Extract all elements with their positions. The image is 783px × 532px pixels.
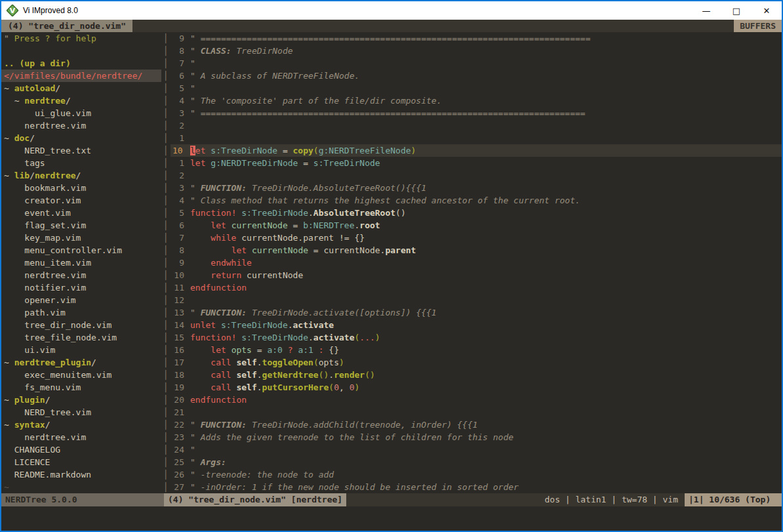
code-line[interactable]: 11endfunction (171, 281, 782, 294)
tree-item[interactable]: CHANGELOG (4, 443, 161, 456)
code-line[interactable]: 25" Args: (171, 456, 782, 468)
code-line[interactable]: 27" -inOrder: 1 if the new node should b… (171, 481, 782, 493)
code-line[interactable]: 9" =====================================… (171, 32, 782, 45)
code-text: function! s:TreeDirNode.AbsoluteTreeRoot… (190, 207, 782, 219)
code-line[interactable]: 3" =====================================… (171, 107, 782, 119)
code-line[interactable]: 24" (171, 443, 782, 456)
code-token: " ======================================… (190, 108, 586, 118)
tree-item[interactable] (4, 45, 161, 57)
tree-item[interactable]: flag_set.vim (4, 219, 161, 232)
tree-item[interactable]: menu_item.vim (4, 256, 161, 269)
code-line[interactable]: 17 call self.toggleOpen(opts) (171, 356, 782, 369)
tab-spacer (132, 20, 734, 32)
code-line-cursor[interactable]: 10let s:TreeDirNode = copy(g:NERDTreeFil… (171, 144, 782, 157)
tree-item[interactable]: ui_glue.vim (4, 107, 161, 119)
code-line[interactable]: 5function! s:TreeDirNode.AbsoluteTreeRoo… (171, 207, 782, 219)
code-token: tags (4, 158, 45, 168)
code-line[interactable]: 1let g:NERDTreeDirNode = s:TreeDirNode (171, 157, 782, 169)
code-text: endfunction (190, 281, 782, 294)
code-line[interactable]: 14unlet s:TreeDirNode.activate (171, 319, 782, 331)
code-line[interactable]: 7" (171, 57, 782, 70)
tree-item[interactable]: .. (up a dir) (4, 57, 161, 70)
code-line[interactable]: 23" Adds the given treenode to the list … (171, 431, 782, 443)
tree-item[interactable]: bookmark.vim (4, 182, 161, 194)
code-line[interactable]: 10 return currentNode (171, 269, 782, 281)
close-button[interactable]: ✕ (752, 1, 782, 20)
tree-item[interactable]: ~ lib/nerdtree/ (4, 169, 161, 182)
split-bar-glyph: │ (161, 319, 171, 331)
code-line[interactable]: 6" A subclass of NERDTreeFileNode. (171, 70, 782, 82)
tree-item[interactable]: tree_file_node.vim (4, 331, 161, 344)
code-line[interactable]: 15function! s:TreeDirNode.activate(...) (171, 331, 782, 344)
tree-item[interactable]: fs_menu.vim (4, 381, 161, 394)
code-text: return currentNode (190, 269, 782, 281)
code-line[interactable]: 13" FUNCTION: TreeDirNode.activate([opti… (171, 306, 782, 319)
code-line[interactable]: 12 (171, 294, 782, 306)
command-line[interactable] (1, 506, 782, 531)
tree-item[interactable]: ui.vim (4, 344, 161, 356)
code-line[interactable]: 8" CLASS: TreeDirNode (171, 45, 782, 57)
code-token: call (211, 382, 236, 392)
tree-item[interactable]: key_map.vim (4, 232, 161, 244)
minimize-button[interactable]: — (691, 1, 721, 20)
tree-item[interactable]: path.vim (4, 306, 161, 319)
line-number: 2 (171, 169, 190, 182)
code-text: let currentNode = currentNode.parent (190, 244, 782, 256)
code-line[interactable]: 26" -treenode: the node to add (171, 468, 782, 481)
tree-item-selected[interactable]: </vimfiles/bundle/nerdtree/ (1, 70, 161, 82)
code-text: " Args: (190, 456, 782, 468)
tree-item[interactable]: ~ syntax/ (4, 419, 161, 431)
tree-item[interactable]: creator.vim (4, 194, 161, 207)
status-segment (346, 493, 540, 506)
tree-item[interactable]: LICENCE (4, 456, 161, 468)
code-line[interactable]: 18 call self.getNerdtree().render() (171, 369, 782, 381)
code-token: ( (313, 146, 319, 155)
tree-item[interactable]: ~ autoload/ (4, 82, 161, 94)
tree-item[interactable]: ~ nerdtree_plugin/ (4, 356, 161, 369)
code-text: " CLASS: TreeDirNode (190, 45, 782, 57)
tree-item[interactable]: tags (4, 157, 161, 169)
tree-item[interactable]: nerdtree.vim (4, 269, 161, 281)
tree-item[interactable]: exec_menuitem.vim (4, 369, 161, 381)
tree-item[interactable]: NERD_tree.vim (4, 406, 161, 419)
tree-item[interactable]: ~ (4, 481, 161, 493)
tab-tree-dir-node[interactable]: (4) "tree_dir_node.vim" (1, 20, 132, 32)
code-token: nerdtree.vim (4, 121, 86, 131)
code-token: / (45, 420, 50, 430)
tree-item[interactable]: tree_dir_node.vim (4, 319, 161, 331)
code-line[interactable]: 6 let currentNode = b:NERDTree.root (171, 219, 782, 232)
tree-item[interactable]: notifier.vim (4, 281, 161, 294)
tree-item[interactable]: opener.vim (4, 294, 161, 306)
code-line[interactable]: 20endfunction (171, 394, 782, 406)
code-line[interactable]: 21 (171, 406, 782, 419)
maximize-button[interactable]: □ (721, 1, 752, 20)
tree-item[interactable]: menu_controller.vim (4, 244, 161, 256)
tree-item[interactable]: ~ plugin/ (4, 394, 161, 406)
code-token: nerdtree_plugin (14, 358, 91, 367)
tree-item[interactable]: event.vim (4, 207, 161, 219)
code-line[interactable]: 9 endwhile (171, 256, 782, 269)
code-text: " ======================================… (190, 107, 782, 119)
code-line[interactable]: 16 let opts = a:0 ? a:1 : {} (171, 344, 782, 356)
tree-item[interactable]: README.markdown (4, 468, 161, 481)
code-line[interactable]: 22" FUNCTION: TreeDirNode.addChild(treen… (171, 419, 782, 431)
code-line[interactable]: 2 (171, 169, 782, 182)
code-line[interactable]: 4" Class method that returns the highest… (171, 194, 782, 207)
window-split-separator[interactable]: │││││││││││││││││││││││││││││││││││││ (161, 32, 171, 493)
code-line[interactable]: 8 let currentNode = currentNode.parent (171, 244, 782, 256)
tree-item[interactable]: " Press ? for help (4, 32, 161, 45)
tree-item[interactable]: ~ doc/ (4, 132, 161, 144)
code-line[interactable]: 7 while currentNode.parent != {} (171, 232, 782, 244)
code-line[interactable]: 3" FUNCTION: TreeDirNode.AbsoluteTreeRoo… (171, 182, 782, 194)
tree-item[interactable]: nerdtree.vim (4, 119, 161, 132)
code-line[interactable]: 19 call self.putCursorHere(0, 0) (171, 381, 782, 394)
tree-item[interactable]: nerdtree.vim (4, 431, 161, 443)
tree-item[interactable]: ~ nerdtree/ (4, 94, 161, 107)
main-area: " Press ? for help.. (up a dir)</vimfile… (1, 32, 782, 493)
code-line[interactable]: 1 (171, 132, 782, 144)
tree-item[interactable]: NERD_tree.txt (4, 144, 161, 157)
code-line[interactable]: 2 (171, 119, 782, 132)
split-bar-glyph: │ (161, 194, 171, 207)
code-line[interactable]: 5" (171, 82, 782, 94)
code-line[interactable]: 4" The 'composite' part of the file/dir … (171, 94, 782, 107)
